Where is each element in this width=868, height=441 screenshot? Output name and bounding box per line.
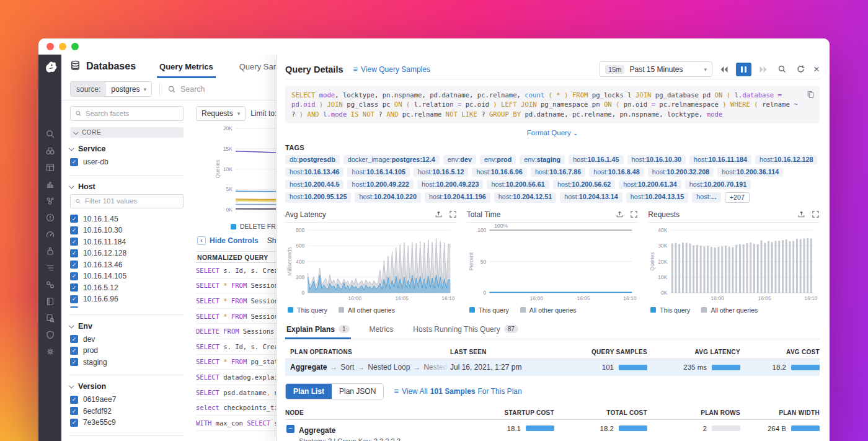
plan-row-selected[interactable]: Aggregate→Sort→Nested Loop→Nested Loop→H… — [285, 359, 820, 376]
checkbox-checked-icon[interactable]: ✓ — [70, 215, 78, 223]
facet-item[interactable]: ✓10.16.11.184 — [70, 236, 184, 248]
facet-item[interactable]: ✓0619aee7 — [70, 394, 184, 406]
source-select[interactable]: source: postgres▾ — [70, 81, 152, 97]
facet-item[interactable]: ✓10.16.14.105 — [70, 270, 184, 282]
facet-search[interactable] — [70, 106, 184, 121]
tag-pill[interactable]: host:10.16.5.12 — [414, 167, 468, 177]
tag-pill[interactable]: host:10.204.13.14 — [560, 192, 622, 203]
checkbox-checked-icon[interactable]: ✓ — [70, 261, 78, 269]
minimize-window-button[interactable] — [59, 43, 66, 50]
tag-pill[interactable]: host:... — [692, 192, 720, 203]
checkbox-checked-icon[interactable]: ✓ — [70, 358, 78, 366]
facet-item[interactable]: ✓staging — [70, 357, 184, 368]
tags-overflow-pill[interactable]: +207 — [725, 192, 750, 203]
rewind-button[interactable] — [717, 63, 731, 76]
gauge-icon[interactable] — [43, 228, 57, 241]
export-icon[interactable] — [797, 210, 805, 218]
plan-json-button[interactable]: Plan JSON — [332, 384, 383, 399]
tag-pill[interactable]: host:10.16.1.45 — [569, 155, 623, 164]
fullscreen-icon[interactable] — [449, 210, 457, 218]
export-icon[interactable] — [616, 210, 624, 218]
facet-group-header[interactable]: Env — [70, 322, 184, 331]
log-search-icon[interactable] — [43, 312, 57, 324]
refresh-icon[interactable] — [794, 63, 807, 76]
tag-pill[interactable]: host:10.16.8.48 — [589, 167, 644, 177]
hide-controls-button[interactable]: ‹Hide Controls — [197, 236, 259, 245]
checkbox-checked-icon[interactable]: ✓ — [70, 335, 78, 343]
alert-icon[interactable] — [43, 212, 57, 224]
tag-pill[interactable]: host:10.16.13.46 — [285, 167, 343, 177]
link-icon[interactable] — [43, 278, 57, 291]
binoculars-icon[interactable] — [43, 145, 57, 157]
facet-item[interactable]: ✓10.16.7.86 — [70, 305, 184, 308]
pause-button[interactable] — [736, 63, 751, 76]
facet-group-header[interactable]: Version — [70, 382, 184, 391]
legend-item[interactable]: This query — [288, 306, 327, 314]
host-filter-input[interactable] — [85, 197, 179, 205]
tag-pill[interactable]: host:10.204.10.220 — [355, 192, 420, 203]
tag-pill[interactable]: host:10.204.11.196 — [425, 192, 490, 203]
fullscreen-icon[interactable] — [812, 210, 820, 218]
search-input[interactable] — [180, 85, 267, 94]
facet-item[interactable]: ✓user-db — [70, 156, 184, 168]
checkbox-checked-icon[interactable]: ✓ — [70, 158, 78, 166]
tag-pill[interactable]: host:10.200.56.61 — [487, 180, 549, 189]
facet-item[interactable]: ✓prod — [70, 345, 184, 357]
facet-item[interactable]: ✓10.16.12.128 — [70, 247, 184, 259]
facet-section-core[interactable]: CORE — [70, 127, 184, 138]
tab-hosts-running-this-query[interactable]: Hosts Running This Query87 — [412, 321, 520, 339]
facet-item[interactable]: ✓10.16.13.46 — [70, 259, 184, 271]
checkbox-checked-icon[interactable]: ✓ — [70, 283, 78, 292]
facet-item[interactable]: ✓10.16.1.45 — [70, 213, 184, 225]
tag-pill[interactable]: host:10.16.10.30 — [627, 155, 686, 164]
collapse-icon[interactable]: − — [286, 425, 294, 433]
global-search[interactable] — [167, 85, 267, 94]
tag-pill[interactable]: env:dev — [443, 155, 476, 164]
copy-icon[interactable] — [807, 91, 815, 101]
checkbox-checked-icon[interactable]: ✓ — [70, 295, 78, 303]
zoom-icon[interactable] — [775, 63, 789, 76]
fast-forward-button[interactable] — [756, 63, 770, 76]
legend-item[interactable]: This query — [469, 306, 509, 314]
time-range-select[interactable]: 15m Past 15 Minutes ▾ — [600, 61, 712, 77]
tag-pill[interactable]: host:10.204.13.15 — [626, 192, 688, 203]
tag-pill[interactable]: host:10.200.70.191 — [685, 180, 751, 189]
shield-icon[interactable] — [43, 329, 57, 341]
node-row[interactable]: −AggregateStrategy: ? | Group Key: ?,?,?… — [285, 420, 820, 441]
checkbox-checked-icon[interactable]: ✓ — [70, 407, 78, 415]
tag-pill[interactable]: host:10.16.6.96 — [472, 167, 526, 177]
metric-select[interactable]: Requests▾ — [196, 106, 246, 121]
checkbox-checked-icon[interactable]: ✓ — [70, 396, 78, 404]
close-window-button[interactable] — [46, 43, 54, 50]
tag-pill[interactable]: env:staging — [520, 155, 565, 164]
tag-pill[interactable]: host:10.200.36.114 — [717, 167, 783, 177]
checkbox-checked-icon[interactable]: ✓ — [70, 419, 78, 427]
tag-pill[interactable]: host:10.16.14.105 — [347, 167, 409, 177]
tag-pill[interactable]: host:10.16.7.86 — [531, 167, 585, 177]
tag-pill[interactable]: host:10.16.11.184 — [689, 155, 751, 164]
view-query-samples-link[interactable]: View Query Samples — [361, 65, 430, 74]
checkbox-checked-icon[interactable]: ✓ — [70, 249, 78, 257]
tag-pill[interactable]: env:prod — [480, 155, 516, 164]
view-all-samples-link[interactable]: ≡ View All101 SamplesFor This Plan — [394, 386, 521, 396]
facet-item[interactable]: ✓10.16.6.96 — [70, 293, 184, 305]
tag-pill[interactable]: docker_image:postgres:12.4 — [343, 155, 440, 164]
legend-item[interactable]: All other queries — [520, 306, 577, 314]
tag-pill[interactable]: host:10.200.49.223 — [417, 180, 483, 189]
facet-group-header[interactable]: Service — [70, 145, 184, 153]
dashboard-icon[interactable] — [43, 161, 57, 174]
tag-pill[interactable]: host:10.16.12.128 — [755, 155, 817, 164]
zoom-window-button[interactable] — [71, 43, 79, 50]
chart-plot[interactable]: 020040060080016:0016:0516:10Milliseconds — [285, 223, 457, 305]
tag-pill[interactable]: host:10.200.56.62 — [553, 180, 615, 189]
facet-group-header[interactable]: Host — [70, 182, 184, 191]
tag-pill[interactable]: host:10.200.44.5 — [285, 180, 343, 189]
chart-plot[interactable]: 05010016:0016:0516:10Percent100% — [467, 223, 639, 305]
plan-list-button[interactable]: Plan List — [286, 384, 332, 399]
tag-pill[interactable]: host:10.204.12.51 — [494, 192, 556, 203]
chart-plot[interactable]: 0K10K20K30K40K16:0016:0516:10Queries — [648, 223, 820, 305]
legend-item[interactable]: All other queries — [701, 306, 758, 314]
tag-pill[interactable]: host:10.200.49.222 — [347, 180, 413, 189]
checkbox-checked-icon[interactable]: ✓ — [70, 306, 78, 307]
plugin-icon[interactable] — [43, 245, 57, 257]
